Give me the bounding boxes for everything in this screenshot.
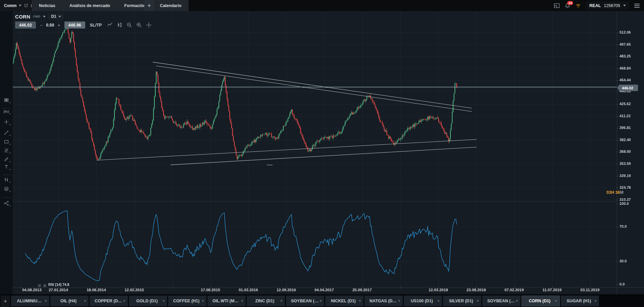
instrument-tab-us100-d1-[interactable]: US100 (D1)×: [404, 296, 442, 306]
close-tab-icon[interactable]: ×: [477, 299, 479, 303]
close-tab-icon[interactable]: ×: [516, 299, 518, 303]
price-axis-label: 454.44: [620, 78, 643, 82]
nav-tab-an-lisis-de-mercado[interactable]: Análisis de mercado: [62, 0, 117, 11]
price-axis-label: 368.00: [620, 149, 643, 154]
instrument-tab-oil-wti-m-[interactable]: OIL.WTI (M…×: [207, 296, 246, 306]
line-chart-style-icon[interactable]: [107, 22, 113, 28]
instrument-tab-copper-d-[interactable]: COPPER (D…×: [90, 296, 128, 306]
instrument-tab-label: OIL.WTI (M…: [212, 299, 241, 303]
current-price-badge: 446.02: [617, 85, 638, 91]
instrument-tab-label: ZINC (D1): [255, 299, 277, 303]
time-axis-label: 25.09.2017: [352, 288, 372, 292]
close-tab-icon[interactable]: ×: [123, 299, 126, 303]
instrument-tab-sugar-h1-[interactable]: SUGAR (H1)×: [561, 296, 599, 306]
time-axis-label: 27.01.2014: [49, 288, 68, 292]
volume-increase-button[interactable]: +: [58, 23, 60, 28]
instrument-tab-zinc-d1-[interactable]: ZINC (D1)×: [247, 296, 285, 306]
layout-icon[interactable]: [554, 3, 560, 8]
price-axis-label: 483.25: [620, 54, 643, 58]
close-tab-icon[interactable]: ×: [45, 299, 47, 303]
instrument-tab-soybean-[interactable]: SOYBEAN (…×: [286, 296, 324, 306]
pan-move-icon[interactable]: [146, 22, 152, 28]
timeframe-caret-icon: [58, 16, 61, 17]
zoom-out-icon[interactable]: [127, 22, 132, 28]
instrument-tab-label: COFFEE (H1): [173, 299, 201, 303]
fx-indicator-icon[interactable]: f(x): [0, 108, 13, 115]
layers-icon[interactable]: [0, 185, 13, 192]
nav-tab-calendario[interactable]: Calendario: [153, 0, 189, 11]
share-icon[interactable]: [0, 200, 13, 207]
account-caret-icon: [623, 5, 626, 6]
panel-tool-icon[interactable]: [0, 97, 13, 103]
instrument-tab-corn-d1-[interactable]: CORN (D1)×: [522, 296, 560, 306]
price-axis-label: 339.19: [620, 174, 643, 178]
time-axis-label: 11.07.2019: [543, 288, 562, 292]
indicator-sliders-icon[interactable]: [0, 176, 13, 183]
fibonacci-icon[interactable]: [0, 147, 13, 154]
price-axis-label: 425.62: [620, 102, 643, 106]
candlestick-chart-canvas[interactable]: [0, 0, 644, 307]
instrument-tab-silver-d1-[interactable]: SILVER (D1)×: [443, 296, 481, 306]
notifications-badge: 23: [567, 1, 573, 5]
rsi-settings-icon[interactable]: [38, 283, 41, 287]
price-axis-label: 310.37: [620, 198, 643, 202]
close-tab-icon[interactable]: ×: [319, 299, 322, 303]
close-tab-icon[interactable]: ×: [359, 299, 361, 303]
notifications-bell-icon[interactable]: 23: [564, 3, 571, 8]
account-selector[interactable]: REAL 1256705: [586, 1, 629, 10]
zoom-in-icon[interactable]: [136, 22, 142, 28]
close-tab-icon[interactable]: ×: [594, 299, 597, 303]
volume-stepper: − 0.50 +: [36, 21, 64, 29]
sell-price-button[interactable]: 446.02: [15, 21, 36, 29]
volume-value[interactable]: 0.50: [46, 23, 54, 28]
instrument-tab-label: SUGAR (H1): [567, 299, 593, 303]
instrument-tab-nickel-d1-[interactable]: NICKEL (D1)×: [325, 296, 363, 306]
workspace-tab-label: Comm: [4, 3, 16, 8]
rsi-close-icon[interactable]: [43, 283, 47, 287]
close-tab-icon[interactable]: ×: [437, 299, 440, 303]
trendline-icon[interactable]: [0, 129, 13, 136]
main-menu-hamburger-icon[interactable]: [634, 3, 640, 8]
text-tool-icon[interactable]: [0, 164, 13, 170]
chart-tools: [107, 22, 152, 28]
close-tab-icon[interactable]: ×: [202, 299, 204, 303]
instrument-tab-aluminiu-[interactable]: ALUMINIU…×: [11, 296, 49, 306]
instrument-tab-label: NATGAS (D…: [369, 299, 398, 303]
add-instrument-button[interactable]: +: [1, 296, 10, 307]
price-axis-label: 324.78: [620, 185, 643, 189]
connection-wifi-icon: [575, 3, 581, 8]
crosshair-icon[interactable]: [0, 119, 13, 125]
close-tab-icon[interactable]: ×: [84, 299, 86, 303]
instrument-tab-soybean-[interactable]: SOYBEAN (…×: [482, 296, 521, 306]
symbol-name[interactable]: CORN: [15, 14, 30, 19]
time-axis-label: 04.08.2013: [22, 288, 42, 292]
popout-icon[interactable]: [24, 3, 28, 8]
volume-decrease-button[interactable]: −: [40, 23, 43, 28]
instrument-tab-oil-h4-[interactable]: OIL (H4)×: [50, 296, 89, 306]
close-tab-icon[interactable]: ×: [241, 299, 243, 303]
toolbar-divider: [2, 175, 11, 175]
time-axis-label: 12.02.2015: [125, 288, 144, 292]
pencil-icon[interactable]: [0, 156, 13, 163]
price-axis-label: 512.06: [620, 30, 643, 34]
close-tab-icon[interactable]: ×: [162, 299, 165, 303]
chart-header: CORN CMD D1 446.02 − 0.50 + 446.96 SL/TP: [15, 13, 152, 29]
instrument-tab-label: SOYBEAN (…: [291, 299, 319, 303]
close-tab-icon[interactable]: ×: [555, 299, 557, 303]
nav-tab-noticias[interactable]: Noticias: [32, 0, 62, 11]
add-workspace-button[interactable]: +: [144, 0, 154, 11]
price-axis-label: 382.40: [620, 138, 643, 142]
shapes-icon[interactable]: [0, 138, 13, 145]
close-tab-icon[interactable]: ×: [280, 299, 283, 303]
candlestick-style-icon[interactable]: [117, 22, 122, 28]
buy-price-button[interactable]: 446.96: [64, 21, 85, 29]
instrument-tab-coffee-h1-[interactable]: COFFEE (H1)×: [168, 296, 206, 306]
instrument-tab-gold-d1-[interactable]: GOLD (D1)×: [129, 296, 167, 306]
close-tab-icon[interactable]: ×: [398, 299, 400, 303]
sltp-button[interactable]: SL/TP: [90, 23, 102, 28]
symbol-dropdown-caret-icon[interactable]: [43, 16, 46, 17]
timeframe-dropdown[interactable]: D1: [48, 13, 63, 19]
time-axis-label: 18.08.2014: [87, 288, 106, 292]
instrument-tab-natgas-d-[interactable]: NATGAS (D…×: [364, 296, 403, 306]
price-axis-label: 353.59: [620, 162, 643, 166]
